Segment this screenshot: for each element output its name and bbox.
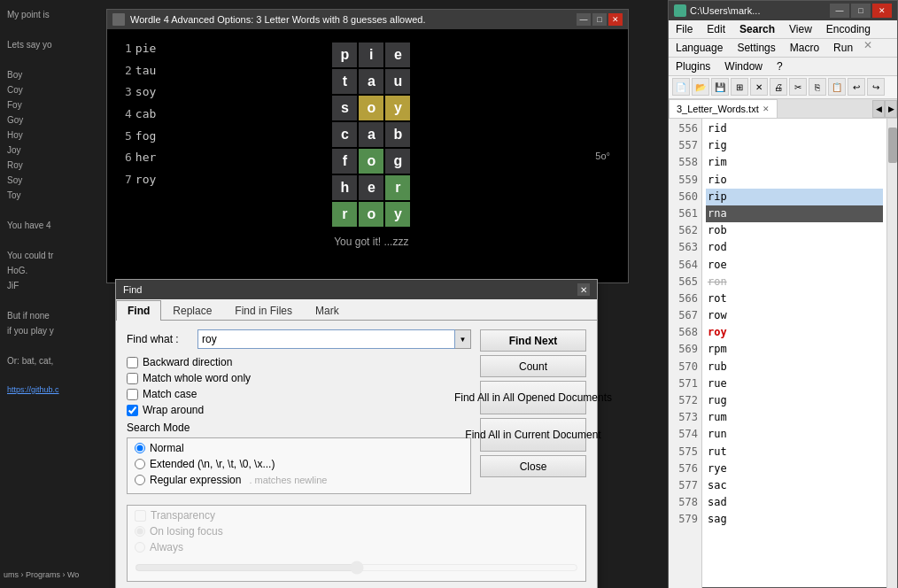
cell-2-2: a [359,69,383,94]
menu-window[interactable]: Window [717,58,770,75]
file-tab-name: 3_Letter_Words.txt [677,104,759,114]
extended-mode-row: Extended (\n, \r, \t, \0, \x...) [135,458,463,470]
npp-controls[interactable]: — □ ✕ [830,4,892,18]
match-whole-word-checkbox[interactable] [127,373,138,384]
menu-plugins[interactable]: Plugins [669,58,717,75]
always-row: Always [135,541,578,553]
wordle-minimize[interactable]: — [577,13,591,26]
tab-find-in-files[interactable]: Find in Files [223,300,304,321]
blog-area: My point is Lets say yo Boy Coy Foy Goy … [0,0,106,588]
wrap-around-checkbox[interactable] [127,405,138,416]
toolbar-copy[interactable]: ⎘ [809,78,826,96]
on-losing-focus-radio[interactable] [135,526,145,537]
toolbar-close[interactable]: ✕ [750,78,768,96]
menu-run[interactable]: Run [826,39,860,57]
menu-search[interactable]: Search [732,20,782,38]
tab-arrow-right[interactable]: ▶ [885,100,897,118]
npp-text-area[interactable]: rid rig rim rio rip rna rob rod roe ron … [702,119,886,588]
npp-minimize[interactable]: — [830,4,849,18]
text-row-556: rid [706,120,883,137]
text-row-570: rub [706,359,883,375]
npp-scrollbar[interactable] [886,119,897,588]
wordle-controls[interactable]: — □ ✕ [577,13,623,26]
toolbar-save[interactable]: 💾 [711,78,729,96]
menu-file[interactable]: File [669,20,700,38]
find-all-opened-button[interactable]: Find All in All Opened Documents [480,381,586,414]
backward-direction-checkbox[interactable] [127,357,138,368]
file-tab-close[interactable]: ✕ [763,104,770,113]
wordle-maximize[interactable]: □ [592,13,607,26]
search-mode-section: Search Mode Normal Extended (\n, \r, \t,… [127,422,471,494]
close-button[interactable]: Close [480,455,586,477]
cell-3-2: o [359,96,383,120]
npp-file-tab[interactable]: 3_Letter_Words.txt ✕ [669,99,778,118]
tab-mark[interactable]: Mark [304,300,351,321]
find-dialog-close-btn[interactable]: ✕ [577,283,590,296]
matches-newline-label: . matches newline [249,475,327,485]
match-case-row: Match case [127,388,471,400]
wordle-close[interactable]: ✕ [608,13,623,26]
menu-view[interactable]: View [782,20,819,38]
toolbar-new[interactable]: 📄 [672,78,690,96]
board-row-5: f o g [332,149,410,174]
guess-1: 1pie [125,38,156,60]
npp-x-button[interactable]: ✕ [863,39,872,57]
find-next-button[interactable]: Find Next [480,329,586,352]
board-row-4: c a b [332,122,410,147]
text-row-574: run [706,426,883,443]
toolbar-undo[interactable]: ↩ [848,78,865,96]
find-input-dropdown[interactable]: ▼ [455,329,471,349]
extended-mode-radio[interactable] [135,459,145,469]
tab-arrow-left[interactable]: ◀ [872,100,885,118]
text-row-564: roe [706,257,883,274]
menu-encoding[interactable]: Encoding [819,20,878,38]
toolbar-redo[interactable]: ↪ [867,78,885,96]
toolbar-paste[interactable]: 📋 [828,78,846,96]
toolbar-print[interactable]: 🖨 [770,78,787,96]
normal-mode-radio[interactable] [135,443,145,453]
count-button[interactable]: Count [480,355,586,377]
wordle-window: Wordle 4 Advanced Options: 3 Letter Word… [106,9,629,283]
menu-settings[interactable]: Settings [730,39,782,57]
transparency-checkbox[interactable] [135,510,146,522]
wordle-titlebar: Wordle 4 Advanced Options: 3 Letter Word… [107,10,628,29]
scroll-thumb[interactable] [888,128,897,163]
npp-close[interactable]: ✕ [872,4,892,18]
transparency-section: Transparency On losing focus Always [127,505,586,582]
wordle-content: 1pie 2tau 3soy 4cab 5fog 6her 7roy p i e… [107,29,628,282]
toolbar-open[interactable]: 📂 [692,78,709,96]
npp-tab-arrows: ◀ ▶ [872,100,897,118]
text-row-569: rpm [706,341,883,358]
npp-icon [674,4,686,17]
menu-edit[interactable]: Edit [700,20,732,38]
text-row-567: row [706,307,883,324]
transparency-slider[interactable] [135,561,578,575]
npp-maximize[interactable]: □ [851,4,871,18]
cell-2-3: u [385,69,410,94]
guess-6: 6her [125,147,156,169]
menu-language[interactable]: Language [669,39,730,57]
find-options-area: Backward direction Match whole word only… [127,356,471,416]
match-case-checkbox[interactable] [127,389,138,400]
npp-tabbar: 3_Letter_Words.txt ✕ ◀ ▶ [669,99,897,119]
guess-5: 5fog [125,126,156,148]
text-row-558: rim [706,154,883,171]
cell-3-3: y [385,96,410,120]
toolbar-save-all[interactable]: ⊞ [731,78,748,96]
find-all-current-button[interactable]: Find All in Current Document [480,418,586,452]
find-tabs: Find Replace Find in Files Mark [116,299,597,321]
on-losing-focus-label: On losing focus [150,525,223,538]
menu-macro[interactable]: Macro [783,39,826,57]
regex-mode-radio[interactable] [135,475,145,485]
on-losing-focus-row: On losing focus [135,525,578,538]
tab-find[interactable]: Find [116,300,161,321]
tab-replace[interactable]: Replace [161,300,223,321]
toolbar-cut[interactable]: ✂ [789,78,807,96]
find-what-input[interactable] [197,329,455,349]
find-what-label: Find what : [127,333,197,345]
menu-help[interactable]: ? [770,58,790,75]
always-radio[interactable] [135,542,145,553]
cell-7-1: r [332,202,357,227]
cell-7-2: o [359,202,383,227]
transparency-label: Transparency [151,509,215,522]
